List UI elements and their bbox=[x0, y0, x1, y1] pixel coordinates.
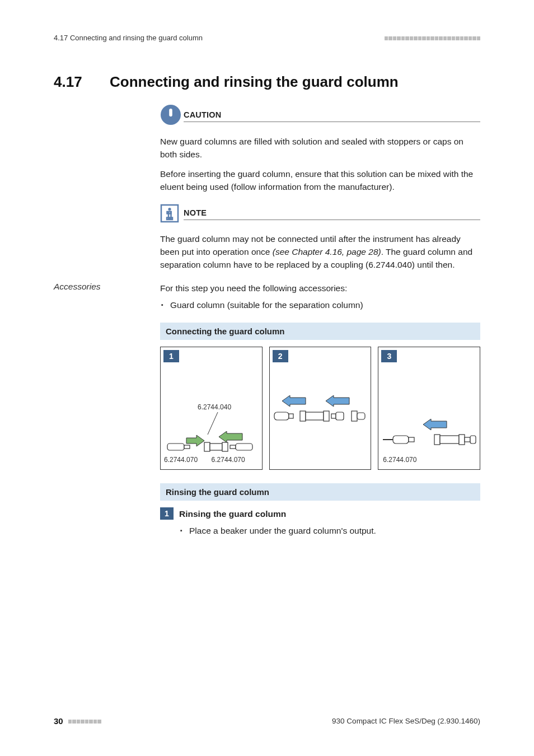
section-title: Connecting and rinsing the guard column bbox=[110, 73, 399, 91]
svg-rect-1 bbox=[169, 109, 172, 116]
page-footer: 30 930 Compact IC Flex SeS/Deg (2.930.14… bbox=[54, 716, 480, 726]
svg-rect-16 bbox=[236, 444, 252, 450]
subhead-connect: Connecting the guard column bbox=[160, 323, 480, 340]
caution-callout: CAUTION New guard columns are filled wit… bbox=[160, 104, 480, 194]
caution-text-1: New guard columns are filled with soluti… bbox=[160, 136, 480, 161]
svg-rect-13 bbox=[210, 444, 222, 450]
svg-rect-10 bbox=[167, 444, 184, 450]
svg-point-4 bbox=[168, 208, 171, 211]
caution-text-2: Before inserting the guard column, ensur… bbox=[160, 168, 480, 194]
footer-ornament bbox=[68, 717, 101, 725]
svg-rect-28 bbox=[352, 411, 357, 421]
svg-marker-20 bbox=[326, 395, 349, 407]
svg-rect-36 bbox=[459, 435, 465, 445]
svg-rect-22 bbox=[289, 414, 293, 418]
svg-rect-25 bbox=[324, 411, 329, 421]
diagram-3-label-bl: 6.2744.070 bbox=[383, 456, 416, 464]
diagram-1-label-br: 6.2744.070 bbox=[212, 456, 245, 464]
svg-rect-34 bbox=[434, 435, 440, 445]
blue-arrow-icon bbox=[324, 395, 352, 407]
diagram-2-num: 2 bbox=[273, 350, 288, 362]
diagram-3: 3 bbox=[378, 347, 480, 470]
diagram-row: 1 6.2744.040 bbox=[160, 347, 480, 470]
caution-label: CAUTION bbox=[184, 110, 480, 122]
svg-rect-26 bbox=[331, 414, 336, 418]
blue-arrow-icon bbox=[421, 419, 449, 430]
accessories-item: Guard column (suitable for the separatio… bbox=[170, 300, 480, 310]
guard-column-parts-icon bbox=[273, 408, 368, 424]
note-text: The guard column may not be connected un… bbox=[160, 233, 480, 272]
step-1-num: 1 bbox=[160, 507, 174, 520]
svg-point-2 bbox=[169, 118, 172, 121]
svg-marker-9 bbox=[186, 435, 204, 446]
svg-rect-37 bbox=[465, 437, 470, 442]
step-1-list: Place a beaker under the guard column's … bbox=[160, 526, 480, 536]
page-number: 30 bbox=[54, 716, 63, 726]
running-header: 4.17 Connecting and rinsing the guard co… bbox=[54, 34, 480, 42]
diagram-1: 1 6.2744.040 bbox=[160, 347, 263, 470]
svg-rect-24 bbox=[306, 412, 324, 420]
svg-rect-35 bbox=[440, 436, 459, 444]
svg-rect-29 bbox=[357, 413, 365, 419]
footer-doc-id: 930 Compact IC Flex SeS/Deg (2.930.1460) bbox=[332, 717, 480, 725]
step-1: 1 Rinsing the guard column bbox=[160, 507, 480, 520]
svg-rect-33 bbox=[409, 437, 414, 442]
accessories-list: Guard column (suitable for the separatio… bbox=[160, 300, 480, 310]
section-number: 4.17 bbox=[54, 73, 110, 91]
running-header-right bbox=[384, 34, 481, 42]
note-label: NOTE bbox=[184, 208, 480, 220]
svg-rect-21 bbox=[274, 412, 289, 420]
svg-rect-38 bbox=[470, 436, 476, 444]
caution-icon bbox=[160, 104, 184, 128]
diagram-1-num: 1 bbox=[163, 350, 179, 362]
green-arrow-icon bbox=[217, 431, 245, 442]
running-header-left: 4.17 Connecting and rinsing the guard co… bbox=[54, 34, 203, 42]
header-ornament bbox=[384, 36, 481, 41]
accessories-intro: For this step you need the following acc… bbox=[160, 282, 480, 295]
subhead-rinse: Rinsing the guard column bbox=[160, 483, 480, 501]
blue-arrow-icon bbox=[280, 395, 308, 407]
svg-rect-12 bbox=[204, 442, 210, 451]
svg-marker-18 bbox=[219, 431, 242, 442]
note-callout: NOTE The guard column may not be connect… bbox=[160, 204, 480, 272]
svg-rect-14 bbox=[222, 442, 228, 451]
step-1-title: Rinsing the guard column bbox=[179, 507, 286, 520]
svg-rect-32 bbox=[393, 436, 409, 444]
diagram-1-label-top: 6.2744.040 bbox=[198, 403, 231, 411]
accessories-label: Accessories bbox=[54, 282, 147, 292]
connector-to-column-icon bbox=[383, 431, 477, 448]
svg-rect-27 bbox=[336, 412, 344, 420]
note-crossref: (see Chapter 4.16, page 28) bbox=[273, 247, 381, 256]
svg-rect-11 bbox=[184, 445, 190, 449]
svg-marker-30 bbox=[423, 419, 447, 430]
diagram-1-label-bl: 6.2744.070 bbox=[164, 456, 198, 464]
svg-rect-23 bbox=[300, 411, 306, 421]
note-icon bbox=[160, 204, 184, 225]
svg-rect-15 bbox=[230, 445, 236, 449]
section-heading: 4.17 Connecting and rinsing the guard co… bbox=[54, 73, 480, 91]
diagram-3-num: 3 bbox=[381, 350, 397, 362]
diagram-2: 2 bbox=[269, 347, 372, 470]
svg-marker-19 bbox=[282, 395, 306, 407]
step-1-item: Place a beaker under the guard column's … bbox=[189, 526, 480, 536]
